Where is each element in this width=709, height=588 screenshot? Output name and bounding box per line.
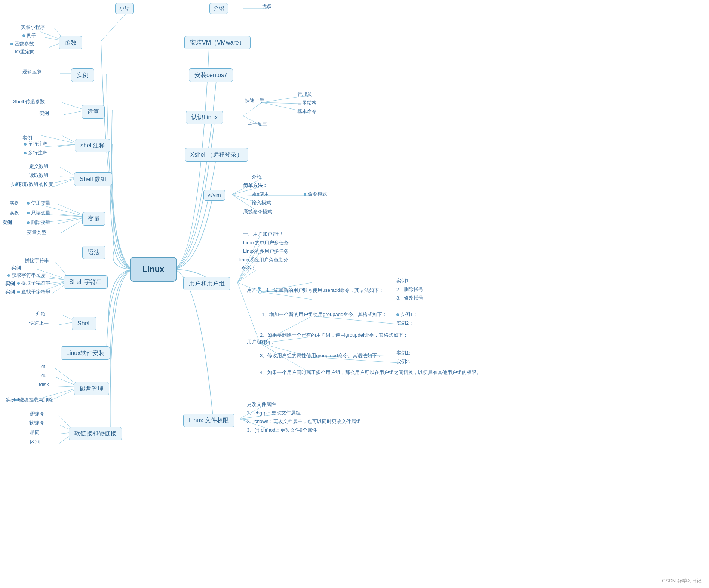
node-group-del: 2、如果要删除一个已有的用户组，使用groupdel命令，其格式如下： [260,332,408,339]
basic-cmd-text: 基本命令 [297,108,317,115]
readonly-var-text: 只读变量 [31,209,50,216]
node-use-var: 使用变量 [27,200,50,206]
svg-line-58 [237,261,258,282]
node-shell-pass: Shell 传递参数 [13,98,45,105]
ops-example-text: 实例 [39,110,49,117]
node-multi-user2: Linux的多用户多任务 [243,248,289,255]
dir-struct-text: 目录结构 [297,99,317,106]
node-symlink: 软链接和硬链接 [69,427,122,440]
node-dir-struct: 目录结构 [297,99,317,106]
same-link-text: 相同 [30,429,40,436]
node-vi-intro: 介绍 [252,174,261,180]
node-var-type: 变量类型 [27,229,46,236]
node-variables: 变量 [82,212,105,226]
func-example-text: 例子 [27,32,36,39]
node-chmod: 3、(*) chmod：更改文件9个属性 [247,427,317,434]
know-linux-label: 认识Linux [186,111,223,124]
node-shell-quick: 快速上手 [29,320,49,327]
node-shell-array: Shell 数组 [74,172,112,186]
df-text: df [41,364,45,369]
svg-line-11 [45,144,79,147]
node-get-str-len: 获取字符串长度 [7,272,46,279]
array-example-text: 实例 [10,181,20,188]
find-str-ex-text: 实例 [5,288,15,295]
del-strong-text: 实例 [2,219,12,226]
node-group-ex1: 实例1： [396,311,418,318]
install-vm-label: 安装VM（VMware） [184,36,251,49]
node-xshell: Xshell（远程登录） [185,148,248,162]
node-chown: 2、chown：更改文件属主，也可以同时更改文件属组 [247,418,361,425]
node-bottom-mode: 底线命令模式 [243,208,272,215]
node-quick-start: 快速上手 [245,97,264,104]
node-summary: 小结 [115,3,134,14]
node-group-add: 1、增加一个新的用户组使用groupadd命令。其格式如下： [262,311,387,318]
variables-label: 变量 [82,212,105,226]
cmd-mode-dot [304,193,306,196]
node-user-mgmt: 一、用户账户管理 [243,231,282,238]
cmd-mode-text: 命令模式 [308,191,327,197]
node-use-var-example: 实例 [10,200,19,206]
install-centos-label: 安装centos7 [189,68,233,82]
change-attr-text: 更改文件属性 [247,401,276,408]
role-div-text: linux系统用户角色划分 [239,257,288,263]
multi-user1-text: Linux的单用户多任务 [243,239,289,246]
input-mode-text: 输入模式 [252,199,271,206]
user-label-text: 用户 [247,287,257,294]
shell-string-label: Shell 字符串 [64,275,108,289]
readonly-example-text: 实例 [10,209,19,216]
node-disk-mgmt: 磁盘管理 [74,382,109,395]
linux-install-label: Linux软件安装 [61,346,110,360]
admin-text: 管理员 [297,91,312,98]
node-soft-link: 软链接 [29,420,44,426]
node-change-attr: 更改文件属性 [247,401,276,408]
node-intro-right: 介绍 [209,3,228,14]
node-install-centos: 安装centos7 [189,68,233,82]
symlink-label: 软链接和硬链接 [69,427,122,440]
svg-line-43 [243,102,262,116]
node-group-switch: 4、如果一个用户同时属于多个用户组，那么用户可以在用户组之间切换，以便具有其他用… [260,369,481,376]
chmod-text: 3、(*) chmod：更改文件9个属性 [247,427,317,434]
node-df: df [41,364,45,369]
node-array-len: 获取数组的长度 [15,181,53,188]
node-disk-mount: 磁盘挂载与卸除 [15,396,53,403]
del-var-dot [27,221,30,224]
multi-comment-text: 多行注释 [28,150,47,156]
node-find-str-ex: 实例 [5,288,15,295]
center-label: Linux [130,257,177,282]
node-command-colon: 命令： [241,265,256,272]
node-extract-str: 提取子字符串 [17,280,50,287]
node-concat-str: 拼接字符串 [25,257,49,264]
node-def-array: 定义数组 [29,163,49,170]
logic-ops-text: 逻辑运算 [22,68,42,75]
group-add-text: 1、增加一个新的用户组使用groupadd命令。其格式如下： [262,311,387,318]
node-vi-usage: vim使用 [252,191,269,197]
add-user-desc-text: 1、添加新的用户账号使用useradd命令，其语法如下： [266,287,384,294]
node-basic-cmd: 基本命令 [297,108,317,115]
node-group-mod-ex2: 实例2: [396,358,410,365]
node-del-account: 2、删除帐号 [396,286,423,293]
shell-pass-text: Shell 传递参数 [13,98,45,105]
shell-quick-text: 快速上手 [29,320,49,327]
node-shell: Shell [72,317,96,330]
node-input-mode: 输入模式 [252,199,271,206]
hard-link-text: 硬链接 [29,411,44,417]
get-str-len-dot [7,274,10,277]
chgrp-text: 1、chgrp：更改文件属组 [247,410,301,416]
node-del-strong: 实例 [2,219,12,226]
node-del-var: 删除变量 [27,219,50,226]
read-array-text: 读取数组 [29,172,49,179]
func-example-dot [22,34,25,37]
node-example1: 实例1 [396,278,409,284]
node-yifansanrev: 举一反三 [248,121,267,128]
node-func-practice: 实践小程序 [21,24,45,31]
single-comment-dot [24,143,27,146]
extract-str-dot [17,282,20,285]
group-del-text: 2、如果要删除一个已有的用户组，使用groupdel命令，其格式如下： [260,332,408,339]
node-vi-simple: 简单方法： [243,182,267,189]
svg-point-78 [258,290,261,293]
group-ex1-text: 实例1： [400,311,418,318]
node-func-io: IO重定向 [15,49,35,55]
disk-mount-text: 磁盘挂载与卸除 [19,396,53,403]
use-var-dot [27,202,30,205]
node-shell-intro: 介绍 [36,310,46,317]
